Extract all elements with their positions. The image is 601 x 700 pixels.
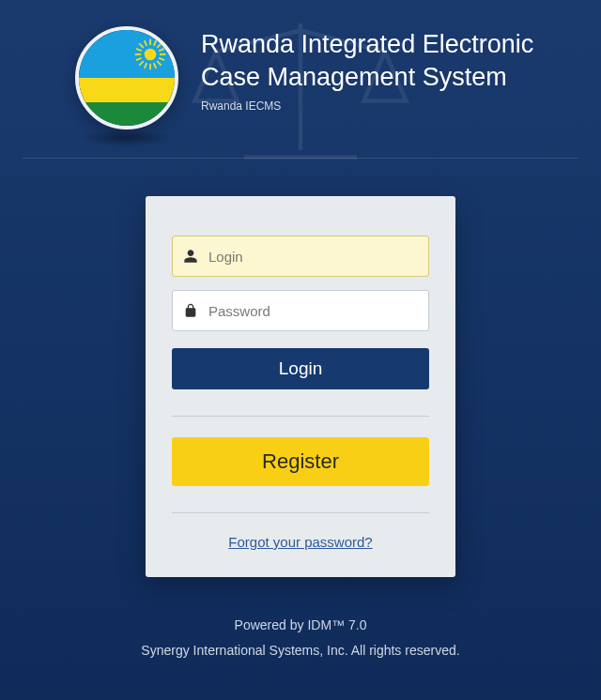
page-subtitle: Rwanda IECMS [201, 99, 578, 113]
register-button[interactable]: Register [172, 437, 429, 486]
page-title: Rwanda Integrated Electronic Case Manage… [201, 28, 578, 94]
footer: Powered by IDM™ 7.0 Synergy Internationa… [0, 613, 601, 662]
svg-line-12 [154, 63, 156, 68]
login-input[interactable] [172, 236, 429, 277]
logo [75, 26, 178, 129]
card-divider-2 [172, 512, 429, 513]
svg-line-8 [139, 61, 144, 66]
header-divider [23, 158, 578, 159]
lock-icon [183, 303, 198, 318]
card-divider-1 [172, 416, 429, 417]
rwanda-flag-icon [75, 26, 178, 129]
forgot-password-link[interactable]: Forgot your password? [228, 534, 372, 550]
svg-line-14 [136, 58, 142, 60]
svg-line-11 [159, 58, 164, 60]
password-input[interactable] [172, 290, 429, 331]
svg-line-5 [139, 43, 144, 48]
svg-line-10 [159, 49, 164, 51]
header: Rwanda Integrated Electronic Case Manage… [0, 0, 601, 148]
svg-line-16 [145, 40, 146, 46]
footer-powered: Powered by IDM™ 7.0 [0, 613, 601, 638]
svg-line-13 [145, 63, 146, 68]
svg-line-7 [157, 43, 162, 48]
sun-icon [133, 38, 167, 71]
svg-line-6 [157, 61, 162, 66]
svg-point-0 [145, 49, 157, 61]
login-card: Login Register Forgot your password? [146, 196, 455, 577]
footer-copyright: Synergy International Systems, Inc. All … [0, 638, 601, 663]
login-button[interactable]: Login [172, 348, 429, 389]
svg-line-9 [154, 40, 156, 46]
svg-line-15 [136, 49, 142, 51]
user-icon [183, 249, 198, 264]
